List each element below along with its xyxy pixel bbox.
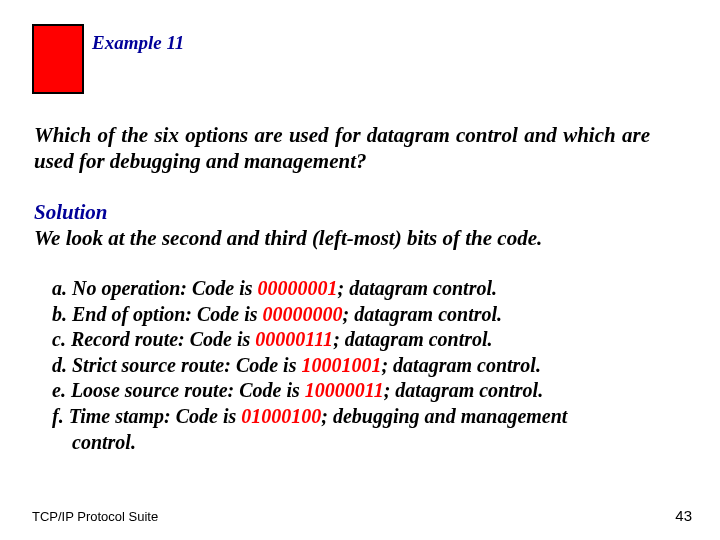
option-d-code: 10001001 <box>301 354 381 376</box>
option-a-pre: No operation: Code is <box>67 277 258 299</box>
option-b-pre: End of option: Code is <box>67 303 263 325</box>
option-d-post: ; datagram control. <box>381 354 540 376</box>
option-f-letter: f. <box>52 405 64 427</box>
option-c-post: ; datagram control. <box>333 328 492 350</box>
option-d-letter: d. <box>52 354 67 376</box>
option-b-letter: b. <box>52 303 67 325</box>
option-b-code: 00000000 <box>263 303 343 325</box>
option-c-pre: Record route: Code is <box>66 328 255 350</box>
option-e: e. Loose source route: Code is 10000011;… <box>52 378 660 404</box>
option-a-letter: a. <box>52 277 67 299</box>
options-list: a. No operation: Code is 00000001; datag… <box>52 276 660 455</box>
page-number: 43 <box>675 507 692 524</box>
solution-block: Solution We look at the second and third… <box>34 200 660 251</box>
option-f-post: ; debugging and management <box>321 405 567 427</box>
option-f-code: 01000100 <box>241 405 321 427</box>
option-e-post: ; datagram control. <box>384 379 543 401</box>
option-e-code: 10000011 <box>305 379 384 401</box>
option-e-letter: e. <box>52 379 66 401</box>
footer-title: TCP/IP Protocol Suite <box>32 509 158 524</box>
option-d-pre: Strict source route: Code is <box>67 354 301 376</box>
option-e-pre: Loose source route: Code is <box>66 379 305 401</box>
solution-label: Solution <box>34 200 108 224</box>
option-a-code: 00000001 <box>258 277 338 299</box>
option-f: f. Time stamp: Code is 01000100; debuggi… <box>52 404 660 430</box>
option-f-cont: control. <box>52 430 660 456</box>
option-b: b. End of option: Code is 00000000; data… <box>52 302 660 328</box>
option-c-letter: c. <box>52 328 66 350</box>
red-decorative-box <box>32 24 84 94</box>
example-title: Example 11 <box>92 32 184 54</box>
option-f-pre: Time stamp: Code is <box>64 405 242 427</box>
solution-text: We look at the second and third (left-mo… <box>34 226 542 250</box>
question-text: Which of the six options are used for da… <box>34 122 650 175</box>
option-a: a. No operation: Code is 00000001; datag… <box>52 276 660 302</box>
option-a-post: ; datagram control. <box>338 277 497 299</box>
option-d: d. Strict source route: Code is 10001001… <box>52 353 660 379</box>
option-c-code: 00000111 <box>255 328 333 350</box>
option-c: c. Record route: Code is 00000111; datag… <box>52 327 660 353</box>
option-b-post: ; datagram control. <box>343 303 502 325</box>
